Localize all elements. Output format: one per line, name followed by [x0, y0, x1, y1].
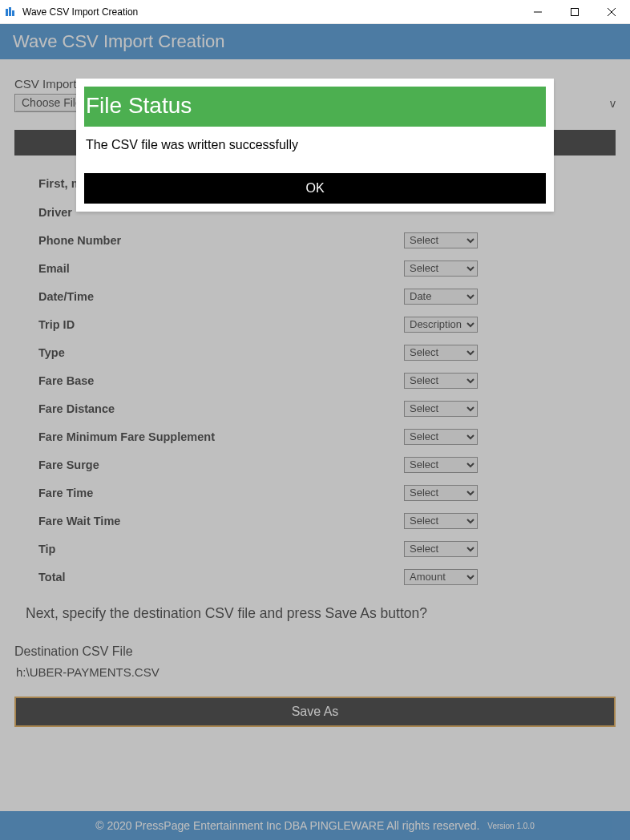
window-controls	[519, 0, 630, 23]
svg-rect-0	[6, 9, 8, 16]
minimize-button[interactable]	[519, 0, 556, 23]
modal-message: The CSV file was written successfully	[84, 127, 546, 173]
window-title: Wave CSV Import Creation	[22, 6, 519, 18]
svg-rect-2	[12, 10, 14, 16]
svg-rect-4	[571, 8, 579, 15]
svg-rect-1	[9, 7, 11, 16]
close-button[interactable]	[593, 0, 630, 23]
maximize-button[interactable]	[556, 0, 593, 23]
modal-ok-button[interactable]: OK	[84, 173, 546, 204]
svg-line-5	[608, 8, 616, 16]
app-icon	[5, 6, 18, 18]
modal-title: File Status	[84, 87, 546, 127]
file-status-modal: File Status The CSV file was written suc…	[76, 79, 554, 212]
window-titlebar: Wave CSV Import Creation	[0, 0, 630, 24]
svg-line-6	[608, 8, 616, 16]
